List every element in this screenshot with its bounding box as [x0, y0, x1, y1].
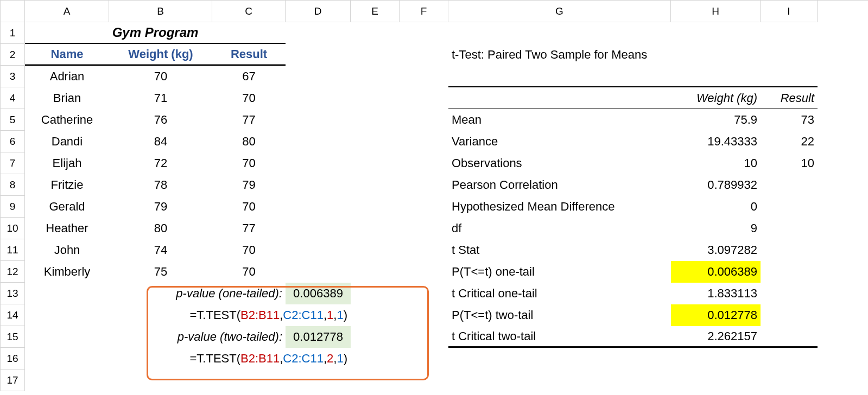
cell-A13[interactable]: [25, 283, 109, 304]
cell-G13[interactable]: t Critical one-tail: [448, 283, 671, 304]
cell-E14[interactable]: [351, 304, 400, 326]
cell-G14[interactable]: P(T<=t) two-tail: [448, 304, 671, 326]
select-all-corner[interactable]: [1, 1, 25, 22]
cell-I11[interactable]: [761, 239, 818, 261]
cell-G1[interactable]: [448, 22, 671, 44]
cell-A1[interactable]: Gym Program: [25, 22, 286, 44]
cell-H15[interactable]: 2.262157: [671, 326, 761, 348]
cell-B6[interactable]: 84: [109, 131, 212, 152]
cell-A6[interactable]: Dandi: [25, 131, 109, 152]
cell-F7[interactable]: [400, 152, 448, 174]
cell-E9[interactable]: [351, 196, 400, 218]
cell-E8[interactable]: [351, 174, 400, 196]
cell-E7[interactable]: [351, 152, 400, 174]
row-header-9[interactable]: 9: [1, 196, 25, 218]
cell-H2[interactable]: [671, 44, 761, 66]
cell-H4[interactable]: Weight (kg): [671, 87, 761, 109]
column-header-H[interactable]: H: [671, 1, 761, 22]
cell-F16[interactable]: [400, 348, 448, 369]
cell-G12[interactable]: P(T<=t) one-tail: [448, 261, 671, 283]
cell-H14[interactable]: 0.012778: [671, 304, 761, 326]
cell-G8[interactable]: Pearson Correlation: [448, 174, 671, 196]
cell-D9[interactable]: [286, 196, 351, 218]
cell-E11[interactable]: [351, 239, 400, 261]
cell-A8[interactable]: Fritzie: [25, 174, 109, 196]
cell-E16[interactable]: [351, 348, 400, 369]
cell-I1[interactable]: [761, 22, 818, 44]
column-header-F[interactable]: F: [400, 1, 448, 22]
cell-C7[interactable]: 70: [212, 152, 286, 174]
cell-B17[interactable]: [109, 369, 212, 391]
cell-B10[interactable]: 80: [109, 218, 212, 239]
spreadsheet-grid[interactable]: ABCDEFGHI1Gym Program2NameWeight (kg)Res…: [0, 0, 868, 391]
cell-H10[interactable]: 9: [671, 218, 761, 239]
cell-E3[interactable]: [351, 66, 400, 87]
cell-E17[interactable]: [351, 369, 400, 391]
cell-D1[interactable]: [286, 22, 351, 44]
row-header-7[interactable]: 7: [1, 152, 25, 174]
cell-C17[interactable]: [212, 369, 286, 391]
cell-H7[interactable]: 10: [671, 152, 761, 174]
row-header-13[interactable]: 13: [1, 283, 25, 304]
cell-G17[interactable]: [448, 369, 671, 391]
cell-B15[interactable]: p-value (two-tailed):: [109, 326, 286, 348]
cell-A14[interactable]: [25, 304, 109, 326]
cell-F13[interactable]: [400, 283, 448, 304]
cell-C2[interactable]: Result: [212, 44, 286, 66]
cell-H17[interactable]: [671, 369, 761, 391]
cell-B11[interactable]: 74: [109, 239, 212, 261]
row-header-12[interactable]: 12: [1, 261, 25, 283]
cell-C4[interactable]: 70: [212, 87, 286, 109]
cell-H3[interactable]: [671, 66, 761, 87]
cell-F3[interactable]: [400, 66, 448, 87]
cell-H12[interactable]: 0.006389: [671, 261, 761, 283]
cell-A15[interactable]: [25, 326, 109, 348]
column-header-A[interactable]: A: [25, 1, 109, 22]
cell-B5[interactable]: 76: [109, 109, 212, 131]
row-header-4[interactable]: 4: [1, 87, 25, 109]
cell-I2[interactable]: [761, 44, 818, 66]
cell-I8[interactable]: [761, 174, 818, 196]
cell-H11[interactable]: 3.097282: [671, 239, 761, 261]
cell-C10[interactable]: 77: [212, 218, 286, 239]
cell-I13[interactable]: [761, 283, 818, 304]
cell-G6[interactable]: Variance: [448, 131, 671, 152]
row-header-14[interactable]: 14: [1, 304, 25, 326]
cell-D11[interactable]: [286, 239, 351, 261]
row-header-10[interactable]: 10: [1, 218, 25, 239]
cell-G15[interactable]: t Critical two-tail: [448, 326, 671, 348]
cell-A2[interactable]: Name: [25, 44, 109, 66]
cell-C5[interactable]: 77: [212, 109, 286, 131]
cell-I10[interactable]: [761, 218, 818, 239]
cell-B7[interactable]: 72: [109, 152, 212, 174]
cell-B9[interactable]: 79: [109, 196, 212, 218]
cell-H16[interactable]: [671, 348, 761, 369]
cell-F1[interactable]: [400, 22, 448, 44]
row-header-2[interactable]: 2: [1, 44, 25, 66]
cell-D4[interactable]: [286, 87, 351, 109]
cell-B14[interactable]: =T.TEST(B2:B11,C2:C11,1,1): [109, 304, 351, 326]
cell-B4[interactable]: 71: [109, 87, 212, 109]
cell-D3[interactable]: [286, 66, 351, 87]
row-header-11[interactable]: 11: [1, 239, 25, 261]
cell-H13[interactable]: 1.833113: [671, 283, 761, 304]
cell-E12[interactable]: [351, 261, 400, 283]
cell-I9[interactable]: [761, 196, 818, 218]
cell-F10[interactable]: [400, 218, 448, 239]
row-header-15[interactable]: 15: [1, 326, 25, 348]
cell-A4[interactable]: Brian: [25, 87, 109, 109]
cell-I3[interactable]: [761, 66, 818, 87]
cell-C11[interactable]: 70: [212, 239, 286, 261]
cell-A5[interactable]: Catherine: [25, 109, 109, 131]
cell-E5[interactable]: [351, 109, 400, 131]
cell-G3[interactable]: [448, 66, 671, 87]
column-header-B[interactable]: B: [109, 1, 212, 22]
cell-A10[interactable]: Heather: [25, 218, 109, 239]
cell-B16[interactable]: =T.TEST(B2:B11,C2:C11,2,1): [109, 348, 351, 369]
cell-G10[interactable]: df: [448, 218, 671, 239]
row-header-6[interactable]: 6: [1, 131, 25, 152]
column-header-C[interactable]: C: [212, 1, 286, 22]
cell-D5[interactable]: [286, 109, 351, 131]
cell-A3[interactable]: Adrian: [25, 66, 109, 87]
row-header-8[interactable]: 8: [1, 174, 25, 196]
